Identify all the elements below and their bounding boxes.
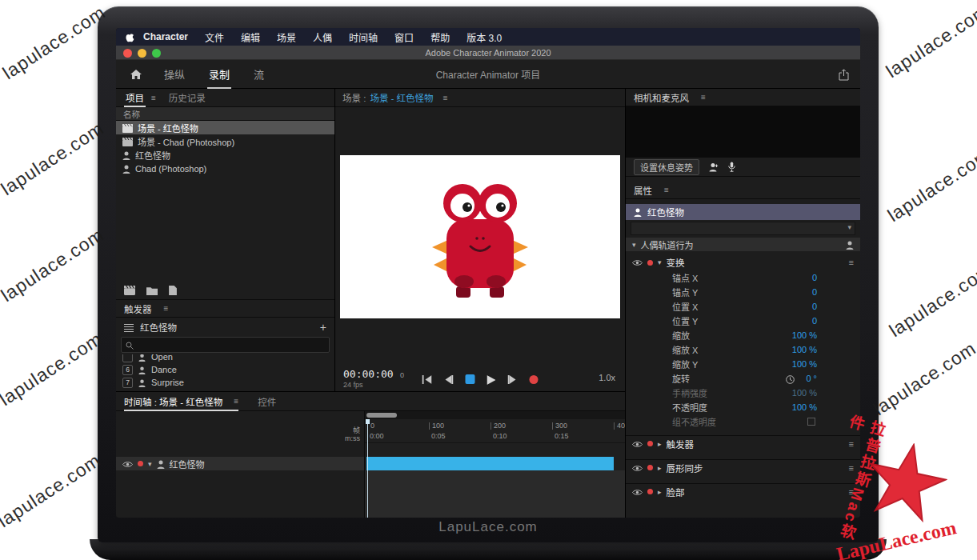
- tab-record[interactable]: 录制: [207, 60, 231, 89]
- property-value[interactable]: 0 °: [806, 374, 817, 383]
- project-row-chad-puppet[interactable]: Chad (Photoshop): [116, 162, 334, 175]
- playback-speed[interactable]: 1.0x: [599, 373, 615, 382]
- menu-item-version[interactable]: 版本 3.0: [466, 30, 502, 44]
- chevron-down-icon[interactable]: ▾: [148, 460, 152, 468]
- trigger-key-badge[interactable]: 7: [122, 378, 133, 388]
- tab-rig[interactable]: 操纵: [162, 60, 186, 89]
- zoom-button[interactable]: [152, 49, 161, 58]
- set-rest-pose-button[interactable]: 设置休息姿势: [634, 159, 699, 175]
- eye-icon[interactable]: [632, 439, 643, 449]
- panel-menu-icon[interactable]: ≡: [701, 93, 706, 102]
- chevron-down-icon[interactable]: ▾: [632, 241, 636, 249]
- panel-menu-icon[interactable]: ≡: [151, 94, 156, 102]
- selected-puppet-row[interactable]: 红色怪物: [626, 204, 860, 220]
- menu-item-puppet[interactable]: 人偶: [313, 30, 332, 44]
- timecode-display[interactable]: 00:00:00: [343, 368, 394, 380]
- new-item-icon[interactable]: [169, 283, 177, 298]
- panel-menu-icon[interactable]: ≡: [234, 397, 238, 406]
- behavior-transform-header[interactable]: ▾ 变换 ≡: [626, 254, 860, 270]
- eye-icon[interactable]: [632, 258, 643, 267]
- trigger-row-open[interactable]: Open: [116, 354, 334, 363]
- project-row-red-monster-puppet[interactable]: 红色怪物: [116, 148, 334, 162]
- scene-panel: 场景 : 场景 - 红色怪物 ≡: [335, 89, 625, 391]
- trigger-label: Dance: [151, 365, 177, 374]
- timeline-track-header[interactable]: ▾ 红色怪物: [116, 457, 364, 470]
- stop-button[interactable]: [466, 374, 475, 384]
- minimize-button[interactable]: [138, 49, 146, 58]
- trigger-row-surprise[interactable]: 7 Surprise: [116, 376, 334, 389]
- eye-icon[interactable]: [632, 487, 643, 497]
- tab-stream[interactable]: 流: [252, 60, 266, 89]
- menu-item-timeline[interactable]: 时间轴: [349, 30, 378, 44]
- timeline-clip[interactable]: [366, 457, 614, 470]
- trigger-row-dance[interactable]: 6 Dance: [116, 363, 334, 376]
- share-icon[interactable]: [839, 68, 849, 81]
- go-to-start-button[interactable]: [422, 372, 432, 386]
- property-value[interactable]: 100 %: [792, 359, 817, 369]
- home-icon[interactable]: [130, 70, 142, 79]
- timeline-zoom-scrollbar[interactable]: [365, 411, 625, 419]
- eye-icon[interactable]: [122, 459, 133, 469]
- property-value[interactable]: 0: [812, 287, 817, 297]
- project-row-scene-chad[interactable]: 场景 - Chad (Photoshop): [116, 134, 334, 148]
- puppet-track-behaviors-section[interactable]: ▾ 人偶轨道行为: [626, 238, 860, 251]
- arm-record-dot[interactable]: [647, 441, 653, 446]
- trigger-search-input[interactable]: [121, 337, 330, 353]
- scrollbar-thumb[interactable]: [366, 413, 397, 418]
- new-scene-icon[interactable]: [124, 283, 135, 298]
- apple-icon[interactable]: [126, 31, 135, 42]
- play-button[interactable]: [487, 372, 496, 386]
- eye-icon[interactable]: [632, 463, 643, 473]
- tab-history[interactable]: 历史记录: [169, 91, 206, 104]
- property-value[interactable]: 0: [812, 273, 817, 282]
- microphone-icon[interactable]: [728, 162, 735, 173]
- panel-menu-icon[interactable]: ≡: [664, 186, 669, 194]
- menu-item-file[interactable]: 文件: [205, 30, 224, 44]
- arm-record-dot[interactable]: [138, 461, 143, 466]
- property-value[interactable]: 0: [812, 316, 817, 326]
- panel-menu-icon[interactable]: ≡: [443, 94, 448, 102]
- clock-icon[interactable]: [786, 374, 795, 384]
- behavior-filter-dropdown[interactable]: ▾: [631, 222, 855, 235]
- project-panel-footer: [116, 281, 334, 300]
- close-button[interactable]: [123, 49, 132, 58]
- menu-item-window[interactable]: 窗口: [394, 30, 414, 44]
- chevron-right-icon[interactable]: ▸: [658, 464, 662, 472]
- previous-frame-button[interactable]: [444, 372, 454, 386]
- tab-controls[interactable]: 控件: [258, 395, 276, 408]
- property-value[interactable]: 100 %: [792, 402, 817, 412]
- arm-record-dot[interactable]: [647, 465, 653, 470]
- add-trigger-button[interactable]: +: [320, 321, 326, 334]
- arm-record-dot[interactable]: [647, 489, 653, 494]
- menu-app-name[interactable]: Character: [143, 31, 188, 42]
- timeline-ruler[interactable]: 0 100 200 300 40 0:00 0:05 0:10 0:15: [365, 419, 625, 443]
- scene-stage[interactable]: [340, 155, 620, 318]
- camera-person-icon[interactable]: [709, 162, 719, 172]
- scene-title-name[interactable]: 场景 - 红色怪物: [370, 91, 433, 104]
- menu-item-scene[interactable]: 场景: [277, 30, 296, 44]
- property-value[interactable]: 100 %: [792, 345, 817, 354]
- trigger-key-badge[interactable]: 6: [122, 365, 133, 375]
- next-frame-button[interactable]: [508, 372, 518, 386]
- playhead-line[interactable]: [367, 419, 368, 518]
- arm-record-dot[interactable]: [647, 260, 653, 266]
- chevron-right-icon[interactable]: ▸: [658, 440, 662, 448]
- camera-mic-title: 相机和麦克风: [634, 91, 689, 104]
- property-value[interactable]: 0: [812, 302, 817, 311]
- trigger-key-badge[interactable]: [122, 354, 133, 362]
- tab-project[interactable]: 项目: [124, 89, 146, 107]
- menu-item-help[interactable]: 帮助: [430, 30, 450, 44]
- chevron-right-icon[interactable]: ▸: [658, 488, 662, 496]
- watermark-stamp: 拉普拉斯Mac软件 LapuLace.com: [824, 412, 977, 560]
- behavior-menu-icon[interactable]: ≡: [849, 258, 854, 267]
- panel-menu-icon[interactable]: ≡: [164, 304, 169, 313]
- record-button[interactable]: [530, 375, 539, 384]
- property-value[interactable]: 100 %: [792, 330, 817, 340]
- project-row-scene-red-monster[interactable]: 场景 - 红色怪物: [116, 121, 334, 134]
- group-opacity-checkbox[interactable]: [807, 418, 815, 426]
- menu-item-edit[interactable]: 编辑: [241, 30, 260, 44]
- puppet-track-icon[interactable]: [846, 239, 854, 250]
- tab-timeline[interactable]: 时间轴 : 场景 - 红色怪物 ≡: [124, 392, 238, 411]
- new-folder-icon[interactable]: [146, 283, 158, 298]
- chevron-down-icon[interactable]: ▾: [658, 258, 662, 266]
